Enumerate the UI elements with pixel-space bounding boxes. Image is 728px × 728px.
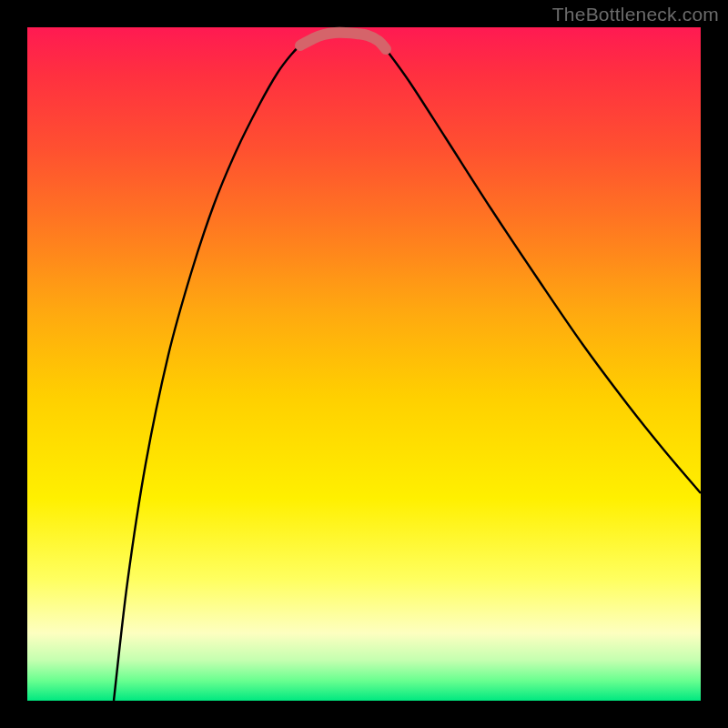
curve-valley [300,33,386,49]
curve-left [114,40,309,701]
curve-layer [27,27,701,701]
curve-right [386,49,701,493]
plot-area [27,27,701,701]
watermark-text: TheBottleneck.com [552,4,719,25]
chart-frame: TheBottleneck.com [0,0,728,728]
